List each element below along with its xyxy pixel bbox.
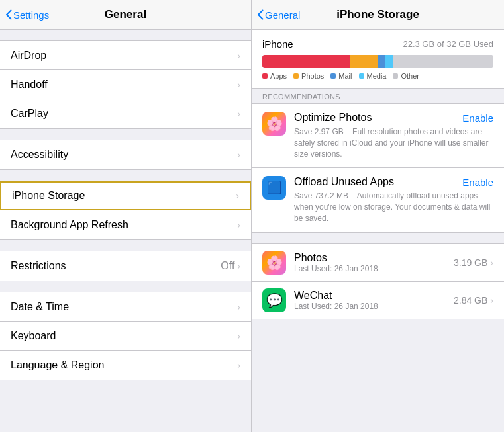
row-label: AirDrop xyxy=(11,50,46,62)
right-back-label: General xyxy=(265,9,300,21)
row-right: › xyxy=(237,150,240,160)
chevron-icon: › xyxy=(490,257,493,268)
row-right: › xyxy=(237,50,240,61)
legend-label-other: Other xyxy=(401,72,419,80)
photos-app-icon: 🌸 xyxy=(262,251,286,275)
row-label: Restrictions xyxy=(11,260,66,272)
sidebar-item-iphone-storage[interactable]: iPhone Storage › xyxy=(0,181,251,210)
settings-group-2: Accessibility › xyxy=(0,140,251,170)
chevron-icon: › xyxy=(237,360,240,370)
rec-desc-offload: Save 737.2 MB – Automatically offload un… xyxy=(294,191,493,224)
right-nav-header: General iPhone Storage xyxy=(252,0,504,30)
right-title: iPhone Storage xyxy=(336,8,419,21)
left-panel: Settings General AirDrop › Handoff › Car… xyxy=(0,0,252,432)
rec-offload-apps: 🟦 Offload Unused Apps Enable Save 737.2 … xyxy=(252,168,504,232)
right-back-button[interactable]: General xyxy=(257,9,300,21)
sidebar-item-keyboard[interactable]: Keyboard › xyxy=(0,322,251,351)
rec-enable-optimize-photos[interactable]: Enable xyxy=(462,112,493,124)
settings-group-4: Restrictions Off › xyxy=(0,251,251,281)
app-list: 🌸 Photos Last Used: 26 Jan 2018 3.19 GB … xyxy=(252,243,504,319)
chevron-icon: › xyxy=(237,261,240,271)
sidebar-item-date-time[interactable]: Date & Time › xyxy=(0,292,251,322)
wechat-size: 2.84 GB xyxy=(454,295,487,306)
sidebar-item-accessibility[interactable]: Accessibility › xyxy=(0,140,251,169)
left-back-label: Settings xyxy=(13,9,49,21)
sidebar-item-background-app-refresh[interactable]: Background App Refresh › xyxy=(0,210,251,239)
chevron-icon: › xyxy=(237,150,240,160)
settings-group-5: Date & Time › Keyboard › Language & Regi… xyxy=(0,292,251,380)
row-label: Date & Time xyxy=(11,301,69,313)
rec-title-offload: Offload Unused Apps xyxy=(294,176,394,188)
row-right: › xyxy=(237,79,240,90)
chevron-icon: › xyxy=(236,191,239,201)
legend-dot-media xyxy=(359,73,364,79)
legend-apps: Apps xyxy=(262,72,287,80)
row-label: Accessibility xyxy=(11,149,68,161)
photos-last-used: Last Used: 26 Jan 2018 xyxy=(294,264,446,273)
sidebar-item-carplay[interactable]: CarPlay › xyxy=(0,99,251,128)
app-row-wechat[interactable]: 💬 WeChat Last Used: 26 Jan 2018 2.84 GB … xyxy=(252,282,504,319)
spacer xyxy=(0,281,251,292)
chevron-icon: › xyxy=(490,295,493,306)
row-right: › xyxy=(237,220,240,230)
legend-other: Other xyxy=(393,72,419,80)
app-row-photos[interactable]: 🌸 Photos Last Used: 26 Jan 2018 3.19 GB … xyxy=(252,244,504,282)
row-right: › xyxy=(237,331,240,341)
recommendations-card: 🌸 Optimize Photos Enable Save 2.97 GB – … xyxy=(252,103,504,233)
row-label: Background App Refresh xyxy=(11,219,128,231)
sidebar-item-airdrop[interactable]: AirDrop › xyxy=(0,41,251,70)
spacer xyxy=(0,30,251,40)
spacer xyxy=(0,129,251,140)
chevron-icon: › xyxy=(237,108,240,119)
legend-label-apps: Apps xyxy=(270,72,287,80)
rec-title-row: Optimize Photos Enable xyxy=(294,112,493,124)
left-back-button[interactable]: Settings xyxy=(5,9,49,21)
recommendations-label: Recommendations xyxy=(252,89,504,103)
legend-dot-other xyxy=(393,73,398,79)
bar-apps xyxy=(262,55,350,68)
row-label: Keyboard xyxy=(11,330,56,342)
legend-mail: Mail xyxy=(330,72,352,80)
photos-app-info: Photos Last Used: 26 Jan 2018 xyxy=(294,252,446,273)
row-right: › xyxy=(237,302,240,312)
rec-title-optimize-photos: Optimize Photos xyxy=(294,112,372,124)
legend-label-media: Media xyxy=(367,72,387,80)
app-spacer xyxy=(252,233,504,243)
rec-enable-offload[interactable]: Enable xyxy=(462,177,493,188)
row-right: › xyxy=(237,360,240,370)
legend-label-photos: Photos xyxy=(301,72,324,80)
storage-section: iPhone 22.3 GB of 32 GB Used Apps Photos… xyxy=(252,30,504,89)
wechat-app-name: WeChat xyxy=(294,290,446,302)
sidebar-item-handoff[interactable]: Handoff › xyxy=(0,70,251,99)
optimize-photos-icon: 🌸 xyxy=(262,112,286,136)
photos-size: 3.19 GB xyxy=(454,257,487,268)
storage-device-name: iPhone xyxy=(262,38,293,50)
rec-optimize-photos: 🌸 Optimize Photos Enable Save 2.97 GB – … xyxy=(252,104,504,168)
chevron-icon: › xyxy=(237,302,240,312)
sidebar-item-language-region[interactable]: Language & Region › xyxy=(0,351,251,380)
settings-group-3: iPhone Storage › Background App Refresh … xyxy=(0,181,251,240)
spacer xyxy=(0,240,251,251)
row-right: › xyxy=(237,108,240,119)
bar-other xyxy=(393,55,493,68)
wechat-size-row: 2.84 GB › xyxy=(454,295,493,306)
rec-content-photos: Optimize Photos Enable Save 2.97 GB – Fu… xyxy=(294,112,493,159)
bar-media2 xyxy=(388,55,393,68)
rec-desc-optimize-photos: Save 2.97 GB – Full resolution photos an… xyxy=(294,126,493,159)
rec-title-row-offload: Offload Unused Apps Enable xyxy=(294,176,493,188)
spacer xyxy=(0,170,251,181)
settings-group-1: AirDrop › Handoff › CarPlay › xyxy=(0,40,251,129)
rec-content-offload: Offload Unused Apps Enable Save 737.2 MB… xyxy=(294,176,493,224)
legend-media: Media xyxy=(359,72,387,80)
legend-row: Apps Photos Mail Media Other xyxy=(262,72,493,80)
chevron-icon: › xyxy=(237,220,240,230)
sidebar-item-restrictions[interactable]: Restrictions Off › xyxy=(0,251,251,281)
chevron-icon: › xyxy=(237,79,240,90)
legend-dot-photos xyxy=(293,73,299,79)
right-panel: General iPhone Storage iPhone 22.3 GB of… xyxy=(252,0,504,432)
photos-app-name: Photos xyxy=(294,252,446,264)
row-right: › xyxy=(236,191,239,201)
row-label: Handoff xyxy=(11,79,48,91)
left-title: General xyxy=(105,8,146,21)
wechat-app-info: WeChat Last Used: 26 Jan 2018 xyxy=(294,290,446,311)
